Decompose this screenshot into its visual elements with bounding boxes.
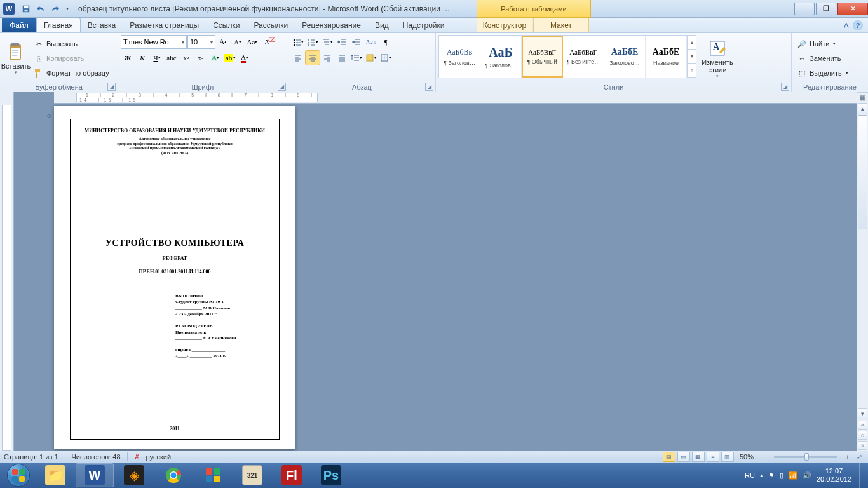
show-desktop-button[interactable] (859, 463, 865, 488)
scroll-down[interactable]: ▾ (858, 408, 867, 419)
shrink-font-button[interactable]: A▾ (231, 35, 245, 49)
line-spacing-button[interactable]: ▾ (349, 51, 363, 65)
table-anchor-icon[interactable]: ✥ (46, 112, 51, 119)
view-print-layout[interactable]: ▤ (663, 452, 675, 462)
paragraph-launcher[interactable]: ◢ (425, 83, 433, 91)
status-words[interactable]: Число слов: 48 (72, 453, 121, 461)
status-language[interactable]: русский (146, 453, 171, 461)
scroll-thumb[interactable] (858, 115, 867, 229)
browse-prev[interactable]: « (858, 421, 867, 430)
task-flash[interactable]: Fl (273, 463, 311, 487)
tray-flag-icon[interactable]: ⚑ (768, 471, 775, 480)
view-draft[interactable]: ▥ (721, 452, 734, 462)
zoom-fit-button[interactable]: ⤢ (854, 453, 864, 461)
vertical-ruler[interactable] (0, 92, 14, 451)
borders-button[interactable]: ▾ (379, 51, 393, 65)
scroll-track[interactable] (857, 115, 868, 407)
task-aimp[interactable]: ◈ (115, 463, 153, 487)
browse-next[interactable]: » (858, 441, 867, 450)
bold-button[interactable]: Ж (121, 51, 135, 65)
grow-font-button[interactable]: A▴ (216, 35, 230, 49)
replace-button[interactable]: ↔Заменить (794, 51, 865, 65)
decrease-indent-button[interactable] (335, 35, 349, 49)
minimize-button[interactable]: — (794, 3, 815, 15)
minimize-ribbon-button[interactable]: ᐱ (844, 22, 849, 30)
bullets-button[interactable]: ▾ (291, 35, 305, 49)
tab-page-layout[interactable]: Разметка страницы (123, 18, 206, 32)
task-chrome[interactable] (154, 463, 193, 487)
tab-table-design[interactable]: Конструктор (477, 18, 532, 32)
increase-indent-button[interactable] (349, 35, 363, 49)
numbering-button[interactable]: 123▾ (306, 35, 320, 49)
font-color-button[interactable]: A▾ (238, 51, 252, 65)
font-size-combo[interactable]: 10▾ (187, 35, 215, 49)
tab-references[interactable]: Ссылки (206, 18, 247, 32)
align-right-button[interactable] (320, 51, 334, 65)
subscript-button[interactable]: x2 (179, 51, 193, 65)
save-button[interactable] (19, 2, 33, 16)
style-no-spacing[interactable]: АаБбВвГ¶ Без инте… (563, 36, 604, 78)
document-scroll[interactable]: · 1 · Ⅰ · 2 · Ⅰ · 3 · Ⅰ · 4 · Ⅰ · 5 · Ⅰ … (14, 92, 857, 451)
vertical-scrollbar[interactable]: ▦ ▴ ▾ « ○ » (857, 92, 868, 451)
scroll-up[interactable]: ▴ (858, 103, 867, 114)
tab-review[interactable]: Рецензирование (295, 18, 368, 32)
page-1[interactable]: ✥ МИНИСТЕРСТВО ОБРАЗОВАНИЯ И НАУКИ УДМУР… (54, 106, 295, 449)
styles-launcher[interactable]: ◢ (781, 83, 789, 91)
align-center-button[interactable] (306, 51, 320, 65)
superscript-button[interactable]: x2 (194, 51, 208, 65)
view-full-read[interactable]: ▭ (677, 452, 690, 462)
shading-button[interactable]: ▾ (364, 51, 378, 65)
zoom-slider[interactable] (774, 456, 837, 458)
tray-lang[interactable]: RU (745, 471, 755, 479)
redo-button[interactable] (48, 2, 62, 16)
status-page[interactable]: Страница: 1 из 1 (4, 453, 58, 461)
tray-volume-icon[interactable]: 🔊 (803, 471, 811, 480)
clear-formatting-button[interactable]: A⌫ (260, 35, 274, 49)
style-heading1[interactable]: АаБ¶ Заголов… (480, 36, 522, 78)
zoom-in-button[interactable]: + (843, 453, 852, 461)
tab-insert[interactable]: Вставка (81, 18, 123, 32)
tray-network-icon[interactable]: 📶 (789, 471, 797, 480)
ruler-toggle[interactable]: ▦ (857, 92, 868, 102)
help-button[interactable]: ? (853, 20, 863, 30)
view-web[interactable]: ▦ (692, 452, 705, 462)
font-launcher[interactable]: ◢ (278, 83, 286, 91)
undo-button[interactable] (34, 2, 48, 16)
text-effects-button[interactable]: A▾ (208, 51, 222, 65)
gallery-row-down[interactable]: ▾ (688, 50, 696, 64)
sort-button[interactable]: AZ↓ (364, 35, 378, 49)
status-proofing-icon[interactable]: ✗ (134, 453, 140, 461)
underline-button[interactable]: Ч▾ (150, 51, 164, 65)
tab-view[interactable]: Вид (368, 18, 396, 32)
close-button[interactable]: ✕ (837, 3, 868, 15)
zoom-handle[interactable] (804, 453, 809, 461)
horizontal-ruler[interactable]: · 1 · Ⅰ · 2 · Ⅰ · 3 · Ⅰ · 4 · Ⅰ · 5 · Ⅰ … (54, 92, 857, 104)
maximize-button[interactable]: ❐ (816, 3, 836, 15)
tab-addins[interactable]: Надстройки (396, 18, 452, 32)
clipboard-launcher[interactable]: ◢ (107, 83, 116, 91)
tab-table-layout[interactable]: Макет (533, 18, 589, 32)
justify-button[interactable] (335, 51, 349, 65)
task-app5[interactable] (194, 463, 232, 487)
gallery-more[interactable]: ▿ (688, 64, 696, 78)
cut-button[interactable]: ✂Вырезать (31, 37, 112, 51)
style-title[interactable]: АаБбЕНазвание (646, 36, 687, 78)
paste-button[interactable]: Вставить ▾ (3, 35, 29, 82)
task-explorer[interactable]: 📁 (36, 463, 74, 487)
tab-home[interactable]: Главная (36, 18, 81, 32)
find-button[interactable]: 🔎Найти▾ (794, 37, 865, 51)
status-zoom[interactable]: 50% (740, 453, 754, 461)
font-name-combo[interactable]: Times New Ro▾ (121, 35, 187, 49)
tray-battery-icon[interactable]: ▯ (780, 471, 783, 480)
style-heading3[interactable]: АаБбЕЗаголово… (604, 36, 646, 78)
tab-mailings[interactable]: Рассылки (247, 18, 295, 32)
strikethrough-button[interactable]: abc (165, 51, 179, 65)
start-button[interactable] (1, 463, 36, 488)
style-heading2[interactable]: АаБбВв¶ Заголов… (439, 36, 480, 78)
task-photoshop[interactable]: Ps (312, 463, 350, 487)
gallery-row-up[interactable]: ▴ (688, 36, 696, 50)
multilevel-button[interactable]: ▾ (320, 35, 334, 49)
browse-object[interactable]: ○ (858, 431, 867, 440)
format-painter-button[interactable]: Формат по образцу (31, 66, 112, 80)
task-word[interactable]: W (76, 463, 114, 487)
